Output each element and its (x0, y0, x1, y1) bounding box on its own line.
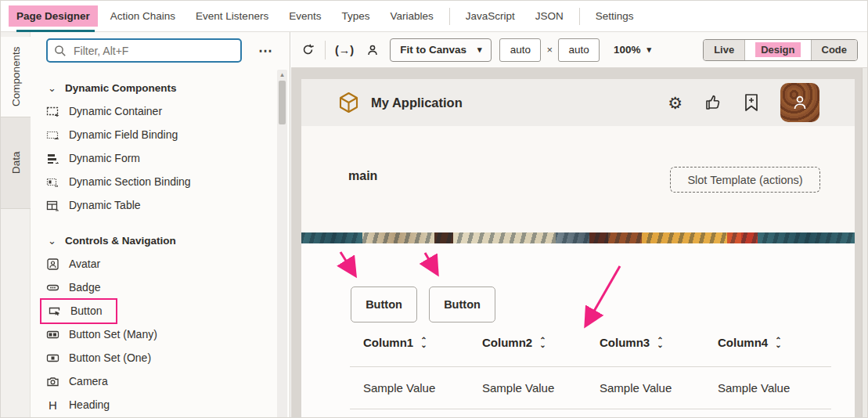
table-header-column2[interactable]: Column2 ⌃⌄ (482, 336, 546, 349)
button-item-highlight-box: Button (40, 298, 117, 324)
canvas-toolbar: (→) Fit to Canvas ▾ × 100% ▾ Live Design… (291, 32, 868, 68)
search-icon (54, 45, 67, 57)
dynamic-table-icon (46, 199, 59, 212)
tab-action-chains[interactable]: Action Chains (103, 5, 183, 27)
user-avatar[interactable] (780, 83, 819, 122)
table-divider (350, 409, 831, 409)
filter-row: ⋯ (31, 32, 290, 63)
component-item-dynamic-container[interactable]: Dynamic Container (31, 99, 290, 123)
component-item-badge[interactable]: Badge (31, 276, 290, 299)
camera-icon (46, 375, 59, 388)
component-item-camera[interactable]: Camera (31, 369, 290, 393)
scroll-up-icon[interactable]: ▴ (277, 70, 287, 79)
side-tab-components[interactable]: Components (1, 37, 31, 117)
dynamic-section-binding-icon (46, 175, 59, 189)
tab-settings[interactable]: Settings (588, 5, 642, 27)
panel-scrollbar-thumb[interactable] (279, 81, 286, 124)
dynamic-container-icon (46, 105, 59, 118)
avatar-icon (46, 258, 59, 271)
gear-icon[interactable]: ⚙ (668, 95, 683, 111)
section-controls-navigation[interactable]: ⌄ Controls & Navigation (31, 229, 290, 252)
chevron-down-icon: ⌄ (48, 82, 65, 94)
component-item-dynamic-field-binding[interactable]: Dynamic Field Binding (31, 123, 290, 146)
bookmark-plus-icon[interactable] (744, 93, 759, 112)
slot-template-placeholder[interactable]: Slot Template (actions) (670, 167, 820, 193)
badge-icon (46, 281, 59, 294)
component-item-dynamic-section-binding[interactable]: Dynamic Section Binding (31, 170, 290, 193)
mode-switcher: Live Design Code (703, 39, 858, 61)
table-cell: Sample Value (363, 381, 435, 395)
table-cell: Sample Value (482, 381, 554, 395)
app-header[interactable]: My Application ⚙ (301, 79, 855, 126)
table-header-column1[interactable]: Column1 ⌃⌄ (363, 336, 427, 349)
toolbar-divider (325, 41, 326, 59)
filter-input[interactable] (74, 45, 234, 57)
chevron-down-icon: ▾ (647, 45, 652, 55)
mode-code-button[interactable]: Code (811, 40, 858, 60)
tab-json[interactable]: JSON (528, 5, 571, 27)
panel-menu-icon[interactable]: ⋯ (254, 41, 279, 61)
refresh-icon[interactable] (301, 42, 315, 57)
canvas-width-input[interactable] (499, 38, 541, 62)
component-item-dynamic-form[interactable]: Dynamic Form (31, 146, 290, 170)
table-divider (350, 366, 831, 367)
tab-divider (579, 8, 580, 25)
app-logo-icon (338, 92, 359, 114)
chevron-down-icon: ⌄ (48, 235, 65, 247)
component-item-dynamic-table[interactable]: Dynamic Table (31, 193, 290, 217)
component-filter[interactable] (46, 38, 242, 63)
page-content-section: Button Button Column1 ⌃⌄ Column2 ⌃⌄ Colu… (301, 243, 855, 418)
tab-events[interactable]: Events (281, 5, 329, 27)
tab-divider (449, 8, 450, 25)
button-icon (48, 304, 61, 318)
tab-event-listeners[interactable]: Event Listeners (188, 5, 276, 27)
side-tab-data[interactable]: Data (1, 117, 31, 209)
dynamic-form-icon (46, 152, 59, 165)
user-context-icon[interactable] (365, 42, 380, 58)
tab-types[interactable]: Types (333, 5, 377, 27)
page-header-section[interactable]: main Slot Template (actions) (301, 126, 855, 232)
component-item-avatar[interactable]: Avatar (31, 252, 290, 276)
dimension-times-label: × (546, 44, 553, 56)
component-item-button[interactable]: Button (31, 299, 290, 323)
sort-icon[interactable]: ⌃⌄ (420, 338, 427, 348)
heading-icon: H (46, 398, 59, 412)
page-title: main (348, 169, 377, 183)
zoom-dropdown[interactable]: 100% ▾ (614, 44, 651, 56)
canvas-button-1[interactable]: Button (351, 286, 417, 323)
mode-design-button[interactable]: Design (744, 40, 810, 60)
table-cell: Sample Value (718, 381, 790, 395)
app-title: My Application (371, 95, 463, 110)
table-cell: Sample Value (600, 381, 672, 395)
top-tab-bar: Page Designer Action Chains Event Listen… (1, 1, 868, 32)
app-preview-frame[interactable]: My Application ⚙ (301, 79, 855, 418)
tab-variables[interactable]: Variables (382, 5, 441, 27)
section-dynamic-components[interactable]: ⌄ Dynamic Components (31, 76, 290, 99)
table-header-column4[interactable]: Column4 ⌃⌄ (718, 336, 782, 349)
table-header-column3[interactable]: Column3 ⌃⌄ (600, 336, 664, 349)
components-panel: ⋯ ⌄ Dynamic Components Dynamic Container… (31, 32, 290, 418)
sort-icon[interactable]: ⌃⌄ (539, 338, 546, 348)
canvas-height-input[interactable] (558, 38, 600, 62)
component-item-button-set-one[interactable]: Button Set (One) (31, 346, 290, 369)
tab-page-designer[interactable]: Page Designer (9, 5, 98, 27)
fit-to-canvas-dropdown[interactable]: Fit to Canvas ▾ (390, 38, 492, 62)
component-item-heading[interactable]: H Heading (31, 393, 290, 416)
sort-icon[interactable]: ⌃⌄ (657, 338, 663, 348)
page-designer-window: Page Designer Action Chains Event Listen… (0, 0, 868, 418)
panel-scrollbar[interactable]: ▴ (277, 70, 287, 418)
thumbs-up-icon[interactable] (704, 93, 722, 112)
button-set-many-icon (46, 328, 59, 341)
viewport-scrollbar[interactable] (862, 68, 868, 418)
dynamic-field-binding-icon (46, 128, 59, 142)
canvas-button-2[interactable]: Button (429, 286, 495, 323)
component-item-button-set-many[interactable]: Button Set (Many) (31, 323, 290, 346)
page-parameters-icon[interactable]: (→) (335, 44, 354, 56)
design-viewport: My Application ⚙ (291, 68, 868, 418)
button-set-one-icon (46, 351, 59, 365)
app-header-actions: ⚙ (668, 83, 819, 122)
tab-javascript[interactable]: JavaScript (458, 5, 523, 27)
mode-live-button[interactable]: Live (704, 40, 744, 60)
sort-icon[interactable]: ⌃⌄ (775, 338, 781, 348)
pattern-banner-image (301, 232, 855, 243)
